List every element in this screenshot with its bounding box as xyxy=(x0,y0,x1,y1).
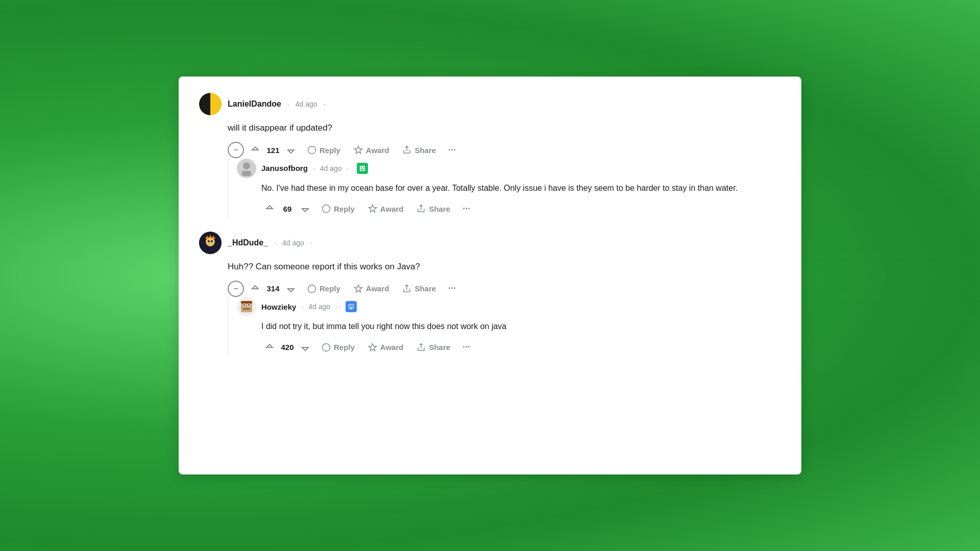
more-button-2[interactable]: ··· xyxy=(444,280,460,297)
username-1[interactable]: LanielDandoe xyxy=(228,99,281,109)
timestamp-2: 4d ago xyxy=(282,239,304,247)
reply-downvote-2-1[interactable] xyxy=(297,339,313,356)
svg-rect-9 xyxy=(361,167,362,168)
svg-marker-3 xyxy=(354,146,362,154)
reply-content-2-1: I did not try it, but imma tell you righ… xyxy=(261,320,781,333)
avatar-howzieky xyxy=(237,297,256,316)
timestamp-reply-2-1: 4d ago xyxy=(308,303,330,311)
timestamp-reply-1-1: 4d ago xyxy=(320,164,342,172)
timestamp-1: 4d ago xyxy=(296,100,317,108)
comment-content-1: will it disappear if updated? xyxy=(228,121,781,135)
reply-header-1-1: Janusofborg · 4d ago · xyxy=(237,159,781,178)
reply-button-1[interactable]: Reply xyxy=(302,142,346,158)
reply-button-2[interactable]: Reply xyxy=(302,281,346,296)
reply-header-2-1: Howzieky · 4d ago · xyxy=(237,297,781,316)
reply-vote-count-2-1: 420 xyxy=(280,343,295,352)
svg-point-2 xyxy=(308,146,316,154)
comment-block-1: LanielDandoe · 4d ago · will it disappea… xyxy=(199,93,781,217)
avatar-hddude xyxy=(199,232,222,254)
upvote-button-1[interactable] xyxy=(247,142,263,158)
upvote-button-2[interactable] xyxy=(247,281,263,297)
avatar-lanieldandoe xyxy=(199,93,222,115)
svg-point-21 xyxy=(211,240,213,242)
collapse-button-2[interactable]: − xyxy=(228,281,244,297)
svg-point-20 xyxy=(208,240,210,242)
badge-icon-janusofborg xyxy=(357,163,368,174)
svg-point-22 xyxy=(308,285,316,292)
comment-header-2: _HdDude_ · 4d ago · xyxy=(199,232,781,254)
svg-rect-7 xyxy=(242,171,251,176)
action-bar-1: − 121 Reply xyxy=(228,142,781,159)
reply-more-btn-1-1[interactable]: ··· xyxy=(458,201,474,217)
svg-point-6 xyxy=(243,162,250,169)
reply-share-btn-2-1[interactable]: Share xyxy=(411,340,455,355)
vote-count-1: 121 xyxy=(265,146,281,155)
award-button-2[interactable]: Award xyxy=(349,281,395,296)
reply-action-bar-1-1: 69 Reply xyxy=(261,201,781,217)
reply-vote-section-1-1: 69 xyxy=(261,201,313,217)
svg-marker-13 xyxy=(369,205,376,212)
reply-thread-2: Howzieky · 4d ago · I did not try it, bu… xyxy=(228,297,781,356)
reply-thread-1: Janusofborg · 4d ago · No. I've had thes… xyxy=(228,159,781,217)
downvote-button-1[interactable] xyxy=(283,142,299,158)
reply-vote-count-1-1: 69 xyxy=(280,205,295,213)
comment-block-2: _HdDude_ · 4d ago · Huh?? Can someone re… xyxy=(199,232,781,356)
comment-header-1: LanielDandoe · 4d ago · xyxy=(199,93,781,115)
action-bar-2: − 314 Reply xyxy=(228,280,781,297)
more-button-1[interactable]: ··· xyxy=(444,142,460,159)
vote-section-2: 314 xyxy=(247,281,299,297)
badge-icon-howzieky xyxy=(346,301,357,312)
svg-rect-30 xyxy=(248,304,250,306)
username-2[interactable]: _HdDude_ xyxy=(228,238,268,247)
svg-rect-11 xyxy=(361,169,364,170)
svg-rect-10 xyxy=(363,167,364,168)
svg-point-12 xyxy=(323,205,330,213)
svg-rect-31 xyxy=(243,308,250,310)
reply-upvote-1-1[interactable] xyxy=(261,201,278,217)
reply-award-btn-1-1[interactable]: Award xyxy=(363,201,409,216)
collapse-button-1[interactable]: − xyxy=(228,142,244,158)
reply-vote-section-2-1: 420 xyxy=(261,339,313,356)
award-button-1[interactable]: Award xyxy=(349,142,395,158)
reply-more-btn-2-1[interactable]: ··· xyxy=(458,339,474,356)
svg-marker-23 xyxy=(354,285,362,292)
reply-action-bar-2-1: 420 Reply xyxy=(261,339,781,356)
vote-section-1: 121 xyxy=(247,142,299,158)
reply-content-1-1: No. I've had these in my ocean base for … xyxy=(261,182,781,194)
reply-reply-btn-2-1[interactable]: Reply xyxy=(316,340,360,355)
reply-upvote-2-1[interactable] xyxy=(261,339,278,356)
svg-marker-38 xyxy=(369,343,376,350)
svg-point-37 xyxy=(323,343,330,351)
comments-card: LanielDandoe · 4d ago · will it disappea… xyxy=(179,77,801,474)
username-janusofborg[interactable]: Janusofborg xyxy=(261,164,308,172)
downvote-button-2[interactable] xyxy=(283,281,299,297)
avatar-janusofborg xyxy=(237,159,256,178)
svg-rect-32 xyxy=(241,301,252,304)
reply-reply-btn-1-1[interactable]: Reply xyxy=(316,201,360,216)
reply-award-btn-2-1[interactable]: Award xyxy=(363,340,409,355)
svg-rect-28 xyxy=(243,304,245,306)
share-button-1[interactable]: Share xyxy=(397,142,441,158)
share-button-2[interactable]: Share xyxy=(397,281,441,296)
reply-share-btn-1-1[interactable]: Share xyxy=(411,201,455,216)
vote-count-2: 314 xyxy=(265,284,281,293)
comment-content-2: Huh?? Can someone report if this works o… xyxy=(228,260,781,273)
reply-downvote-1-1[interactable] xyxy=(297,201,313,217)
svg-rect-8 xyxy=(360,166,365,171)
username-howzieky[interactable]: Howzieky xyxy=(261,303,296,311)
svg-rect-34 xyxy=(350,308,353,309)
svg-rect-36 xyxy=(350,305,353,307)
